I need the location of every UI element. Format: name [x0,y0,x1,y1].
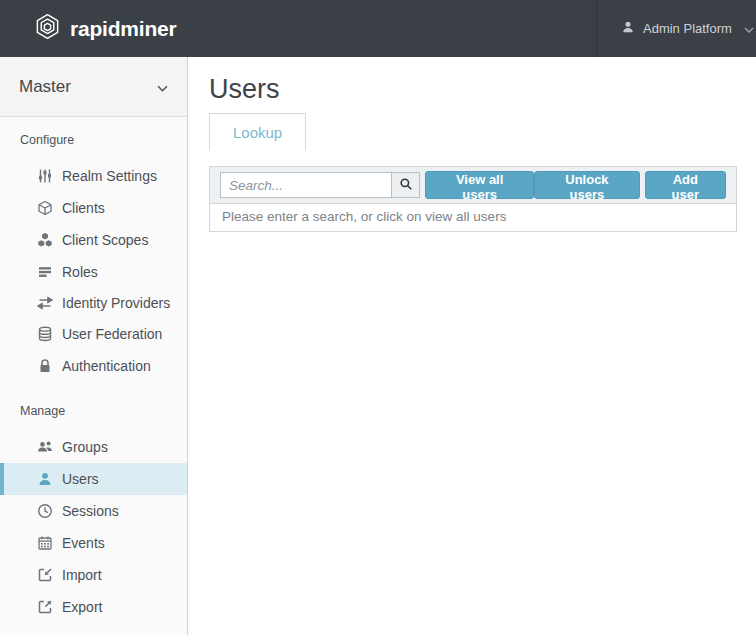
sidebar-item-label: Client Scopes [62,232,148,248]
calendar-icon [37,535,53,551]
sidebar-item-label: Events [62,535,105,551]
exchange-arrows-icon [37,295,53,311]
sidebar-item-clients[interactable]: Clients [0,192,187,224]
section-label-manage: Manage [0,402,187,420]
sidebar-item-authentication[interactable]: Authentication [0,350,187,382]
sidebar-item-label: Realm Settings [62,168,157,184]
sidebar-item-label: Groups [62,439,108,455]
sidebar-item-label: User Federation [62,326,162,342]
sidebar-item-users[interactable]: Users [0,463,187,495]
chevron-down-icon [157,77,168,97]
sidebar-item-events[interactable]: Events [0,527,187,559]
sidebar: Master Configure Realm Settings Clients [0,57,188,635]
search-input[interactable] [220,172,392,198]
list-icon [37,264,53,280]
sidebar-item-user-federation[interactable]: User Federation [0,318,187,350]
page-title: Users [209,73,756,105]
import-icon [37,567,53,583]
top-header: rapidminer Admin Platform [0,0,756,57]
empty-message: Please enter a search, or click on view … [210,203,736,231]
sidebar-item-roles[interactable]: Roles [0,256,187,288]
database-icon [37,326,53,342]
clock-icon [37,503,53,519]
search-icon [399,177,413,194]
brand-logo: rapidminer [34,13,177,44]
user-icon [37,471,53,487]
sidebar-item-groups[interactable]: Groups [0,431,187,463]
view-all-users-button[interactable]: View all users [425,171,534,199]
sidebar-item-label: Clients [62,200,105,216]
tab-lookup[interactable]: Lookup [209,113,306,151]
unlock-users-button[interactable]: Unlock users [534,171,639,199]
sidebar-nav: Configure Realm Settings Clients Client … [0,117,187,623]
sidebar-item-realm-settings[interactable]: Realm Settings [0,160,187,192]
sidebar-item-identity-providers[interactable]: Identity Providers [0,288,187,318]
sliders-icon [37,168,53,184]
sidebar-item-label: Identity Providers [62,295,170,311]
search-button[interactable] [392,172,420,198]
sidebar-item-label: Users [62,471,99,487]
brand-name: rapidminer [70,17,177,41]
export-icon [37,599,53,615]
sidebar-item-sessions[interactable]: Sessions [0,495,187,527]
search-group [220,172,420,198]
chevron-down-icon [744,21,754,36]
app-window: rapidminer Admin Platform Master Configu… [0,0,756,635]
cube-icon [37,200,53,216]
group-icon [37,439,53,455]
sidebar-item-client-scopes[interactable]: Client Scopes [0,224,187,256]
sidebar-item-label: Sessions [62,503,119,519]
sidebar-item-label: Import [62,567,102,583]
user-menu-label: Admin Platform [643,21,732,36]
sidebar-item-export[interactable]: Export [0,591,187,623]
sidebar-item-import[interactable]: Import [0,559,187,591]
realm-selector[interactable]: Master [0,57,187,117]
rapidminer-logo-icon [34,13,61,44]
user-menu[interactable]: Admin Platform [596,0,756,57]
person-icon [621,20,635,37]
lock-icon [37,358,53,374]
realm-name: Master [19,77,71,97]
sidebar-item-label: Roles [62,264,98,280]
users-lookup-panel: View all users Unlock users Add user Ple… [209,166,737,232]
sidebar-item-label: Authentication [62,358,151,374]
add-user-button[interactable]: Add user [645,171,726,199]
main-content: Users Lookup View all users Unlock users… [189,57,756,635]
section-label-configure: Configure [0,131,187,149]
cubes-icon [37,232,53,248]
search-toolbar: View all users Unlock users Add user [210,167,736,203]
sidebar-item-label: Export [62,599,102,615]
